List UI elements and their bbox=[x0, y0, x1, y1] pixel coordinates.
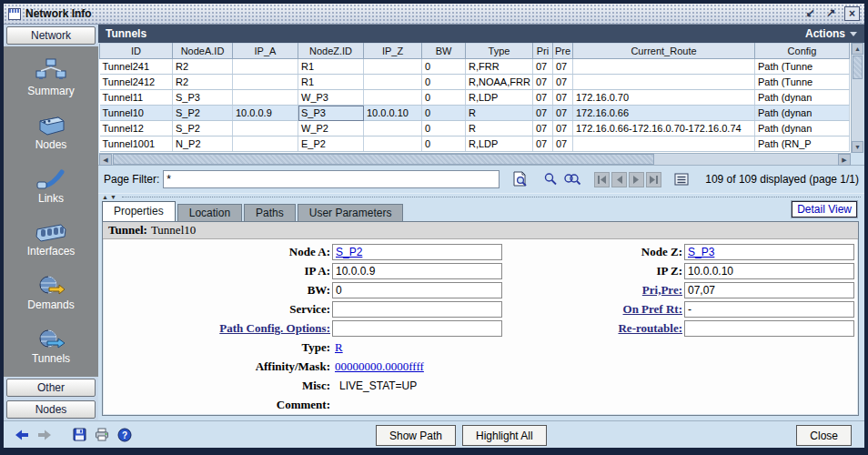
on-pref-rt-label-link[interactable]: On Pref Rt: bbox=[502, 302, 684, 317]
table-cell[interactable]: 07 bbox=[533, 90, 553, 106]
scroll-right-icon[interactable]: ▶ bbox=[838, 154, 851, 166]
column-header-config[interactable]: Config bbox=[755, 44, 850, 59]
title-bar[interactable]: Network Info ↙ ↗ × bbox=[4, 4, 864, 25]
table-cell[interactable]: Path (dynan bbox=[755, 121, 850, 136]
filter-preview-icon[interactable] bbox=[510, 170, 529, 188]
column-header-id[interactable]: ID bbox=[100, 44, 173, 59]
table-cell[interactable]: 07 bbox=[533, 75, 553, 90]
table-cell[interactable] bbox=[573, 59, 755, 75]
table-cell[interactable]: 0 bbox=[422, 59, 466, 75]
node-z-link[interactable]: S_P3 bbox=[688, 246, 714, 258]
table-cell[interactable]: 172.16.0.70 bbox=[573, 90, 755, 106]
table-cell[interactable] bbox=[573, 136, 755, 152]
table-row[interactable]: Tunnel1001N_P2E_P20R,LDP0707Path (RN_P bbox=[100, 136, 850, 152]
table-cell[interactable]: Path (Tunne bbox=[755, 59, 850, 75]
scroll-up-icon[interactable]: ▲ bbox=[852, 43, 863, 55]
sidebar-item-interfaces[interactable]: Interfaces bbox=[27, 222, 76, 258]
table-cell[interactable]: 07 bbox=[533, 121, 553, 136]
node-z-field[interactable]: S_P3 bbox=[684, 244, 854, 260]
close-button[interactable]: Close bbox=[796, 425, 852, 446]
table-cell[interactable]: 07 bbox=[533, 106, 553, 121]
ip-z-field[interactable]: 10.0.0.10 bbox=[684, 263, 854, 279]
horizontal-scroll-track[interactable] bbox=[655, 154, 838, 165]
affinity-mask-value-link[interactable]: 00000000.0000ffff bbox=[335, 359, 424, 373]
table-cell[interactable]: R2 bbox=[173, 75, 233, 90]
table-cell[interactable]: 07 bbox=[533, 136, 553, 152]
table-cell[interactable]: S_P3 bbox=[173, 90, 233, 106]
re-routable-label-link[interactable]: Re-routable: bbox=[502, 321, 684, 336]
table-cell[interactable]: 07 bbox=[533, 59, 553, 75]
sidebar-group-network[interactable]: Network bbox=[6, 26, 96, 45]
page-filter-input[interactable] bbox=[163, 170, 500, 188]
table-cell[interactable]: 0 bbox=[422, 136, 466, 152]
sidebar-item-demands[interactable]: Demands bbox=[27, 274, 74, 311]
actions-menu-button[interactable]: Actions bbox=[805, 27, 857, 40]
column-header-current_route[interactable]: Current_Route bbox=[573, 44, 755, 59]
table-cell[interactable]: R,LDP bbox=[466, 90, 533, 106]
table-cell[interactable]: 07 bbox=[553, 121, 573, 136]
minimize-icon[interactable]: ↙ bbox=[802, 6, 818, 21]
on-pref-rt-field[interactable]: - bbox=[684, 301, 854, 318]
table-cell[interactable] bbox=[233, 90, 298, 106]
table-cell[interactable] bbox=[364, 75, 422, 90]
table-cell[interactable]: N_P2 bbox=[173, 136, 233, 152]
previous-page-icon[interactable] bbox=[611, 172, 627, 187]
table-cell[interactable]: Tunnel12 bbox=[100, 121, 173, 136]
table-cell[interactable]: W_P3 bbox=[298, 90, 364, 106]
scroll-left-icon[interactable]: ◀ bbox=[99, 154, 112, 166]
table-cell[interactable] bbox=[364, 136, 422, 152]
column-header-nodez.id[interactable]: NodeZ.ID bbox=[298, 44, 364, 59]
table-cell[interactable]: 07 bbox=[553, 59, 573, 75]
close-icon[interactable]: × bbox=[844, 6, 860, 21]
show-path-button[interactable]: Show Path bbox=[376, 425, 456, 446]
table-cell[interactable]: R bbox=[466, 121, 533, 136]
table-cell[interactable]: 10.0.0.9 bbox=[233, 106, 298, 121]
column-header-pri[interactable]: Pri bbox=[533, 44, 553, 59]
table-cell[interactable]: 07 bbox=[553, 136, 573, 152]
table-cell[interactable]: Tunnel1001 bbox=[100, 136, 173, 152]
path-config-options-label-link[interactable]: Path Config. Options: bbox=[103, 321, 332, 336]
service-field[interactable] bbox=[332, 301, 502, 318]
table-row[interactable]: Tunnel241R2R10R,FRR0707Path (Tunne bbox=[100, 59, 850, 75]
type-value-link[interactable]: R bbox=[335, 340, 343, 354]
last-page-icon[interactable] bbox=[646, 172, 661, 187]
maximize-icon[interactable]: ↗ bbox=[823, 6, 839, 21]
table-cell[interactable]: Tunnel11 bbox=[100, 90, 173, 106]
horizontal-scroll-thumb[interactable] bbox=[113, 154, 654, 165]
table-cell[interactable]: Path (dynan bbox=[755, 106, 850, 121]
table-cell[interactable]: W_P2 bbox=[298, 121, 364, 136]
column-header-type[interactable]: Type bbox=[466, 44, 533, 59]
table-cell[interactable]: R1 bbox=[298, 59, 364, 75]
column-header-ip_z[interactable]: IP_Z bbox=[364, 44, 422, 59]
table-cell[interactable] bbox=[233, 75, 298, 90]
sidebar-group-nodes[interactable]: Nodes bbox=[6, 400, 96, 419]
table-cell[interactable] bbox=[233, 59, 298, 75]
table-cell[interactable]: R,FRR bbox=[466, 59, 533, 75]
sidebar-item-summary[interactable]: Summary bbox=[27, 58, 74, 97]
table-cell[interactable]: 07 bbox=[553, 75, 573, 90]
table-cell[interactable]: 0 bbox=[422, 75, 466, 90]
splitter-collapse-down-icon[interactable]: ▼ bbox=[110, 194, 116, 200]
tab-properties[interactable]: Properties bbox=[102, 201, 176, 221]
table-cell[interactable]: 0 bbox=[422, 121, 466, 136]
table-cell[interactable] bbox=[364, 121, 422, 136]
table-cell[interactable] bbox=[364, 59, 422, 75]
forward-icon[interactable] bbox=[37, 429, 52, 441]
tab-paths[interactable]: Paths bbox=[244, 204, 296, 221]
vertical-scroll-thumb[interactable] bbox=[853, 56, 863, 79]
first-page-icon[interactable] bbox=[594, 172, 610, 187]
re-routable-field[interactable] bbox=[684, 320, 854, 337]
detail-view-button[interactable]: Detail View bbox=[792, 201, 857, 217]
sidebar-item-tunnels[interactable]: Tunnels bbox=[32, 328, 70, 365]
table-cell[interactable]: Path (Tunne bbox=[755, 75, 850, 90]
table-row[interactable]: Tunnel10S_P210.0.0.9S_P310.0.0.100R07071… bbox=[100, 106, 850, 121]
scroll-down-icon[interactable]: ▼ bbox=[852, 141, 863, 153]
path-config-options-field[interactable] bbox=[332, 320, 502, 337]
table-cell[interactable]: 172.16.0.66 bbox=[573, 106, 755, 121]
table-cell[interactable]: 10.0.0.10 bbox=[364, 106, 422, 121]
column-header-ip_a[interactable]: IP_A bbox=[233, 44, 298, 59]
vertical-scrollbar[interactable]: ▲ ▼ bbox=[851, 43, 863, 153]
table-cell[interactable] bbox=[364, 90, 422, 106]
split-pane-divider[interactable]: ▲ ▼ bbox=[98, 193, 864, 200]
next-page-icon[interactable] bbox=[629, 172, 644, 187]
